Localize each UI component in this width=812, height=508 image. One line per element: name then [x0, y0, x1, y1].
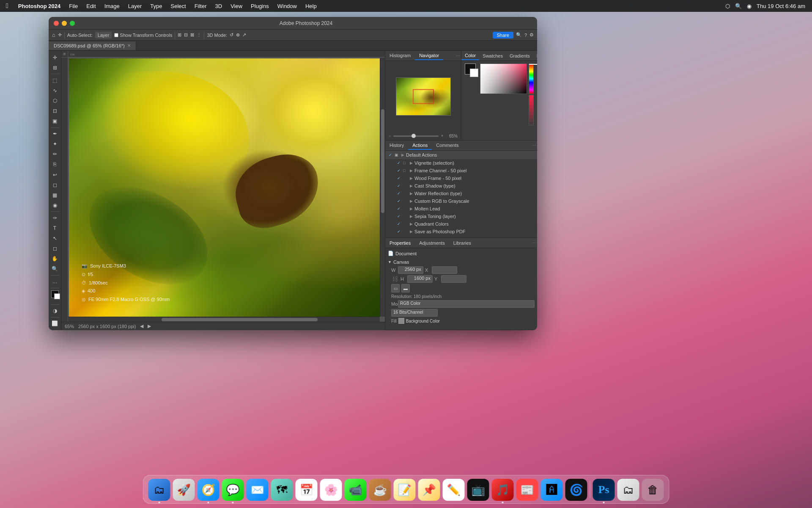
tab-adjustments[interactable]: Adjustments [415, 239, 449, 247]
document-tab[interactable]: DSC09689.psd @ 65% (RGB/16*) ✕ [49, 41, 136, 50]
gradient-tool[interactable]: ▦ [50, 190, 60, 200]
zoom-out-icon[interactable]: − [389, 134, 391, 138]
eyedropper-tool[interactable]: ✒ [50, 129, 60, 139]
menubar-window[interactable]: Window [274, 2, 301, 10]
action-frame-channel[interactable]: ✓ □ ▶ Frame Channel - 50 pixel [385, 167, 537, 174]
action-vignette[interactable]: ✓ □ ▶ Vignette (selection) [385, 159, 537, 167]
zoom-tool[interactable]: 🔍 [50, 264, 60, 274]
search-ps-icon[interactable]: 🔍 [516, 32, 522, 38]
dock-photos[interactable]: 🌸 [320, 479, 342, 501]
path-select-tool[interactable]: ↖ [50, 234, 60, 243]
horizontal-scrollbar[interactable] [68, 317, 380, 322]
help-icon[interactable]: ? [524, 33, 527, 38]
hue-strip[interactable] [529, 64, 534, 94]
align-center-h-icon[interactable]: ⊟ [184, 32, 188, 38]
tab-swatches[interactable]: Swatches [479, 52, 506, 60]
action-expand-9[interactable]: ▶ [410, 222, 413, 226]
brush-tool[interactable]: ✏ [50, 149, 60, 159]
action-check-10[interactable]: ✓ [396, 229, 401, 234]
quick-mask-tool[interactable]: ◑ [50, 306, 60, 316]
color-spectrum-2d[interactable] [480, 64, 527, 94]
dock-appstore[interactable]: 🅰 [541, 479, 563, 501]
action-check-4[interactable]: ✓ [396, 183, 401, 188]
action-check-9[interactable]: ✓ [396, 221, 401, 226]
action-expand-5[interactable]: ▶ [410, 191, 413, 196]
maximize-button[interactable] [70, 21, 75, 26]
settings-icon[interactable]: ⚙ [529, 32, 534, 38]
dock-launchpad[interactable]: 🚀 [173, 479, 195, 501]
dock-news[interactable]: 📰 [516, 479, 538, 501]
pen-tool[interactable]: ✑ [50, 213, 60, 223]
align-right-icon[interactable]: ⊠ [190, 32, 194, 38]
airplay-icon[interactable]: ⬡ [725, 3, 730, 9]
y-input[interactable] [441, 275, 466, 283]
h-scrollbar-thumb[interactable] [162, 318, 318, 321]
navigator-collapse-btn[interactable]: ⋯ [456, 53, 461, 58]
vertical-scrollbar[interactable] [380, 58, 385, 317]
action-expand-icon[interactable]: ▶ [410, 161, 413, 165]
background-color-swatch[interactable] [54, 293, 60, 299]
nav-prev-icon[interactable]: ◀ [140, 323, 143, 329]
minimize-button[interactable] [62, 21, 67, 26]
apple-menu-icon[interactable]:  [0, 2, 14, 10]
move-tool[interactable]: ✛ [50, 52, 60, 62]
quick-select-tool[interactable]: ⬡ [50, 96, 60, 105]
action-check-11[interactable]: ✓ [396, 237, 401, 237]
tab-close-icon[interactable]: ✕ [127, 43, 131, 48]
dock-safari[interactable]: 🧭 [198, 479, 219, 501]
dock-maps[interactable]: 🗺 [271, 479, 293, 501]
hand-tool[interactable]: ✋ [50, 254, 60, 264]
close-button[interactable] [54, 21, 59, 26]
action-gradient-map[interactable]: ✓ ▶ Gradient Map [385, 235, 537, 237]
dock-coffee[interactable]: ☕ [369, 479, 391, 501]
width-input[interactable]: 2560 px [398, 266, 423, 274]
bit-depth-dropdown[interactable]: 16 Bits/Channel [391, 309, 438, 317]
document-section-header[interactable]: 📄 Document [388, 251, 535, 256]
action-check-7[interactable]: ✓ [396, 206, 401, 211]
control-center-icon[interactable]: ◉ [747, 3, 752, 9]
share-button[interactable]: Share [493, 32, 513, 39]
canvas-portrait-btn[interactable]: ▭ [391, 284, 400, 293]
dock-mail[interactable]: ✉️ [247, 479, 269, 501]
action-check-5[interactable]: ✓ [396, 191, 401, 196]
properties-collapse-btn[interactable]: ⋯ [532, 240, 537, 245]
group-expand-icon[interactable]: ▶ [401, 153, 404, 157]
artboard-tool[interactable]: ⊞ [50, 63, 60, 72]
tab-navigator[interactable]: Navigator [415, 52, 443, 60]
action-water-reflection[interactable]: ✓ ▶ Water Reflection (type) [385, 190, 537, 197]
navigator-viewport[interactable] [413, 89, 434, 104]
stamp-tool[interactable]: ⎘ [50, 160, 60, 169]
zoom-slider[interactable] [393, 135, 438, 137]
zoom-in-icon[interactable]: + [441, 134, 443, 138]
menubar-edit[interactable]: Edit [82, 2, 99, 10]
dock-freeform[interactable]: ✏️ [443, 479, 465, 501]
dock-calendar[interactable]: 📅 [296, 479, 318, 501]
foreground-color-swatch[interactable] [51, 290, 59, 298]
action-expand-11[interactable]: ▶ [410, 237, 413, 237]
menubar-layer[interactable]: Layer [124, 2, 146, 10]
dock-facetime[interactable]: 📹 [345, 479, 367, 501]
tab-color[interactable]: Color [461, 52, 479, 60]
layer-dropdown[interactable]: Layer [95, 32, 112, 39]
menubar-plugins[interactable]: Plugins [247, 2, 273, 10]
action-expand-10[interactable]: ▶ [410, 229, 413, 234]
search-icon[interactable]: 🔍 [735, 3, 742, 9]
tab-history[interactable]: History [385, 141, 408, 150]
action-save-pdf[interactable]: ✓ ▶ Save as Photoshop PDF [385, 228, 537, 235]
blur-tool[interactable]: ◉ [50, 200, 60, 210]
menubar-view[interactable]: View [227, 2, 246, 10]
3d-pan-icon[interactable]: ↗ [242, 32, 246, 38]
link-icon[interactable]: ⛓ [392, 276, 398, 282]
canvas-section-header[interactable]: ▼ Canvas [388, 260, 535, 265]
x-input[interactable] [432, 266, 457, 274]
more-tools[interactable]: … [50, 277, 60, 287]
dock-tv[interactable]: 📺 [467, 479, 489, 501]
shape-tool[interactable]: ◻ [50, 244, 60, 254]
type-tool[interactable]: T [50, 223, 60, 233]
canvas-landscape-btn[interactable]: ▬ [401, 284, 410, 293]
menubar-app-name[interactable]: Photoshop 2024 [14, 2, 64, 10]
frame-tool[interactable]: ▣ [50, 116, 60, 126]
tab-gradients[interactable]: Gradients [506, 52, 533, 60]
action-molten-lead[interactable]: ✓ ▶ Molten Lead [385, 205, 537, 213]
tab-libraries[interactable]: Libraries [449, 239, 475, 247]
